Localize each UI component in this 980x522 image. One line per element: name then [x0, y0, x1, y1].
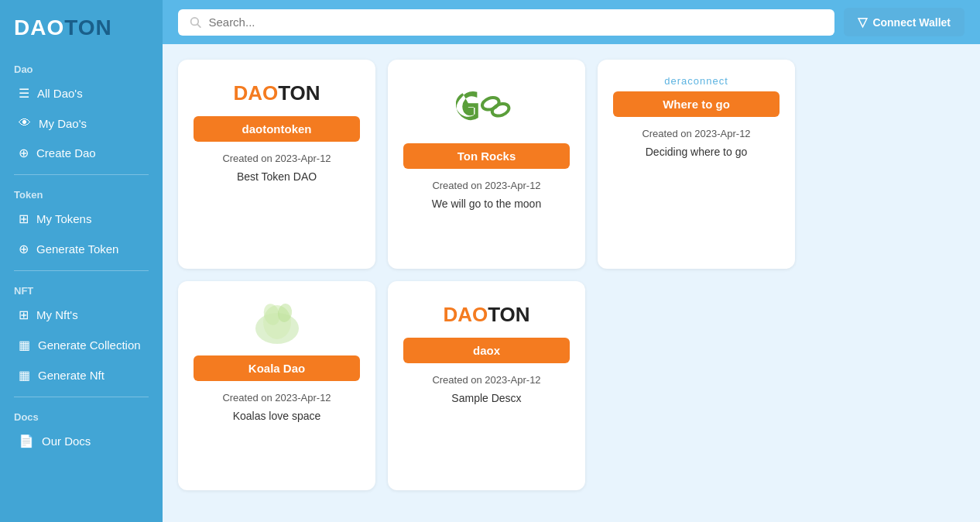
generate-token-label: Generate Token — [36, 242, 118, 256]
card-desc: Best Token DAO — [237, 170, 317, 183]
my-nfts-label: My Nft's — [36, 308, 78, 321]
card-date: Created on 2023-Apr-12 — [642, 128, 750, 139]
sidebar-item-all-daos[interactable]: ☰ All Dao's — [5, 79, 158, 108]
main-content: ▽ Connect Wallet DAOTON daotontoken Crea… — [163, 0, 980, 522]
logo-dao: DAO — [14, 15, 64, 39]
generate-nft-label: Generate Nft — [38, 369, 105, 382]
card-logo: DAOTON — [443, 303, 529, 327]
koala-svg — [242, 299, 312, 349]
card-badge: daox — [403, 338, 570, 363]
search-icon — [189, 15, 202, 29]
card-logo-ton: TON — [488, 303, 529, 326]
generate-collection-label: Generate Collection — [38, 338, 141, 352]
card-desc: We will go to the moon — [432, 197, 541, 210]
card-badge: Where to go — [613, 91, 780, 117]
app-logo: DAOTON — [0, 0, 163, 56]
list-icon: ☰ — [19, 86, 29, 101]
logo-ton: TON — [64, 15, 112, 39]
card-badge: Koala Dao — [194, 355, 360, 381]
sidebar-item-our-docs[interactable]: 📄 Our Docs — [5, 427, 158, 455]
cards-grid: DAOTON daotontoken Created on 2023-Apr-1… — [163, 44, 980, 506]
connect-wallet-button[interactable]: ▽ Connect Wallet — [844, 8, 965, 36]
dao-section-label: Dao — [0, 56, 163, 78]
card-ton-rocks[interactable]: Ton Rocks Created on 2023-Apr-12 We will… — [388, 60, 585, 269]
go-logo — [456, 87, 518, 125]
eye-icon: 👁 — [19, 116, 31, 130]
card-date: Created on 2023-Apr-12 — [432, 180, 540, 191]
collection-icon: ▦ — [19, 338, 30, 352]
grid2-icon: ⊞ — [19, 307, 29, 322]
nft-section-label: NFT — [0, 277, 163, 300]
card-image-area — [456, 75, 518, 137]
deraconnect-label: deraconnect — [664, 75, 728, 87]
my-tokens-label: My Tokens — [36, 212, 91, 225]
sidebar-item-generate-token[interactable]: ⊕ Generate Token — [5, 235, 158, 263]
svg-point-3 — [490, 101, 510, 118]
divider-3 — [14, 397, 149, 397]
card-desc: Deciding where to go — [646, 146, 748, 158]
token-section-label: Token — [0, 181, 163, 204]
card-date: Created on 2023-Apr-12 — [222, 153, 331, 164]
all-daos-label: All Dao's — [37, 87, 83, 100]
search-input[interactable] — [208, 15, 824, 29]
card-logo: DAOTON — [233, 81, 320, 105]
grid-icon: ⊞ — [19, 211, 29, 226]
card-koala-dao[interactable]: Koala Dao Created on 2023-Apr-12 Koalas … — [178, 281, 375, 490]
header: ▽ Connect Wallet — [163, 0, 980, 44]
sidebar-item-generate-collection[interactable]: ▦ Generate Collection — [5, 331, 158, 359]
goconnect-svg — [456, 87, 518, 125]
card-desc: Sample Descx — [451, 392, 521, 404]
card-where-to-go[interactable]: deraconnect Where to go Created on 2023-… — [598, 60, 795, 269]
divider-2 — [14, 270, 149, 271]
card-badge: daotontoken — [194, 116, 360, 142]
card-logo-ton: TON — [278, 81, 320, 105]
plus-circle-2-icon: ⊕ — [19, 242, 29, 256]
wallet-icon: ▽ — [858, 15, 867, 29]
doc-icon: 📄 — [19, 434, 34, 448]
plus-circle-icon: ⊕ — [19, 146, 29, 160]
sidebar-item-my-tokens[interactable]: ⊞ My Tokens — [5, 204, 158, 233]
card-daotontoken[interactable]: DAOTON daotontoken Created on 2023-Apr-1… — [178, 60, 375, 269]
card-desc: Koalas love space — [233, 410, 321, 422]
nft-icon: ▦ — [19, 368, 30, 383]
my-daos-label: My Dao's — [39, 117, 87, 130]
sidebar-item-create-dao[interactable]: ⊕ Create Dao — [5, 139, 158, 167]
svg-line-1 — [197, 24, 200, 27]
docs-section-label: Docs — [0, 404, 163, 426]
sidebar: DAOTON Dao ☰ All Dao's 👁 My Dao's ⊕ Crea… — [0, 0, 163, 522]
our-docs-label: Our Docs — [42, 434, 91, 448]
card-badge: Ton Rocks — [403, 143, 570, 169]
sidebar-item-generate-nft[interactable]: ▦ Generate Nft — [5, 361, 158, 390]
card-daox[interactable]: DAOTON daox Created on 2023-Apr-12 Sampl… — [388, 281, 585, 490]
sidebar-item-my-nfts[interactable]: ⊞ My Nft's — [5, 300, 158, 329]
divider-1 — [14, 174, 149, 175]
card-date: Created on 2023-Apr-12 — [432, 374, 540, 386]
koala-image — [242, 297, 312, 351]
card-date: Created on 2023-Apr-12 — [222, 392, 331, 404]
card-logo-dao: DAO — [443, 303, 488, 326]
sidebar-item-my-daos[interactable]: 👁 My Dao's — [5, 109, 158, 137]
card-logo-dao: DAO — [233, 81, 278, 105]
connect-wallet-label: Connect Wallet — [872, 16, 951, 29]
search-bar[interactable] — [178, 9, 834, 36]
create-dao-label: Create Dao — [36, 146, 96, 160]
